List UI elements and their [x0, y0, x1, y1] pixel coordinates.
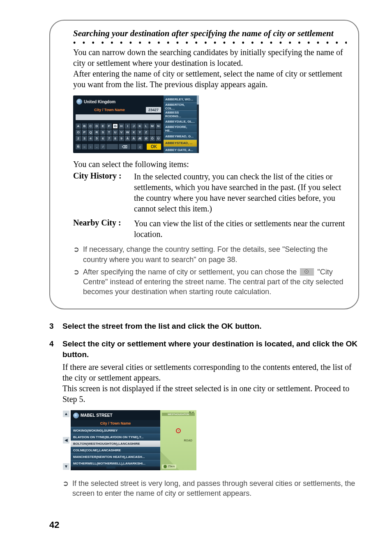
keyboard-key[interactable] — [156, 130, 161, 135]
keyboard-key[interactable] — [150, 130, 155, 135]
page-number: 42 — [49, 520, 59, 530]
keyboard-key[interactable]: 8 — [113, 136, 118, 141]
keyboard-key[interactable]: Ö — [150, 136, 155, 141]
city-input[interactable] — [76, 114, 161, 120]
keyboard-key[interactable]: 3 — [82, 136, 87, 141]
keyboard-key[interactable]: / — [100, 144, 106, 149]
keyboard-key[interactable]: U — [113, 130, 118, 135]
keyboard-key[interactable]: A — [76, 123, 81, 129]
info-panel: Searching your destination after specify… — [49, 20, 359, 309]
keyboard-key[interactable]: Á — [131, 136, 136, 141]
list-item[interactable]: BLAYDON ON TYNE(BLAYDON ON TYNE),T... — [71, 434, 160, 440]
ok-button[interactable]: OK — [147, 144, 161, 150]
keyboard-key[interactable]: Ø — [143, 136, 149, 141]
list-item[interactable]: COLNE(COLNE),LANCASHIRE — [71, 447, 160, 453]
country-label: United Kingdom — [84, 100, 115, 104]
city-field-label: City / Town Name — [76, 108, 143, 112]
keyboard-key[interactable]: Y — [137, 130, 143, 135]
list-item[interactable]: MOTHERWELL(MOTHERWELL),LANARKSHI... — [71, 460, 160, 467]
keyboard-key[interactable]: F — [106, 123, 112, 129]
map-preview: N↗ WESTHOUGHTON ROAD 25km — [160, 410, 196, 470]
list-item[interactable]: ABBERTON, COL... — [164, 102, 197, 110]
keyboard-key[interactable]: Ñ — [76, 144, 81, 149]
keyboard-key[interactable]: 2 — [76, 136, 81, 141]
list-item[interactable]: ABBEYMEAD, G... — [164, 132, 197, 139]
candidate-list[interactable]: ABBERLEY, WO...ABBERTON, COL...ABBESS RO… — [164, 95, 199, 153]
backspace-key[interactable]: ⌫ — [119, 144, 130, 149]
keyboard-key[interactable]: X — [131, 130, 136, 135]
keyboard-key[interactable]: I — [125, 123, 130, 129]
keyboard-key[interactable]: S — [100, 130, 106, 135]
scroll-left-icon[interactable]: ◀ — [63, 437, 69, 444]
city-list[interactable]: WOKING(WOKING),SURREYBLAYDON ON TYNE(BLA… — [71, 427, 160, 467]
step-3: 3 Select the street from the list and cl… — [49, 321, 359, 332]
map-scale: 25km — [162, 464, 176, 469]
keyboard-key[interactable]: T — [106, 130, 112, 135]
step-4-body-1: If there are several cities or settlemen… — [62, 362, 359, 383]
step-4-body-2: This screen is not displayed if the stre… — [62, 383, 359, 404]
keyboard-key[interactable]: O — [76, 130, 81, 135]
list-item[interactable]: MANCHESTER(NEWTON HEATH),LANCASH... — [71, 453, 160, 460]
keyboard-key[interactable]: Q — [88, 130, 93, 135]
list-item[interactable]: ABBEYSTEAD, ... — [164, 139, 197, 146]
keyboard-key[interactable]: Æ — [137, 136, 143, 141]
list-item[interactable]: ABBERLEY, WO... — [164, 95, 197, 102]
keyboard-key[interactable]: Ü — [156, 136, 161, 141]
keyboard-key[interactable]: W — [125, 130, 130, 135]
nearby-city-desc: You can view the list of the cities or s… — [134, 218, 347, 239]
keyboard-key[interactable] — [131, 144, 136, 149]
keyboard-key[interactable] — [106, 144, 118, 149]
city-history-term: City History : — [73, 171, 131, 214]
keyboard-key[interactable]: R — [94, 130, 99, 135]
list-item[interactable]: ABBEY GATE, A... — [164, 146, 197, 153]
note-arrow-icon: ➲ — [62, 478, 70, 499]
list-item[interactable]: ABBESS RODING... — [164, 110, 197, 118]
map-road-label: ROAD — [184, 439, 192, 442]
keyboard-key[interactable]: N — [156, 123, 161, 129]
keyboard-key[interactable]: . — [94, 144, 99, 149]
list-item[interactable]: WOKING(WOKING),SURREY — [71, 427, 160, 434]
step-4: 4 Select the city or settlement where yo… — [49, 339, 359, 360]
keyboard-key[interactable]: 7 — [106, 136, 112, 141]
keyboard-key[interactable]: G — [113, 123, 118, 129]
keyboard-key[interactable]: L — [143, 123, 149, 129]
keyboard-key[interactable]: 4 — [88, 136, 93, 141]
onscreen-keyboard[interactable]: ABCDEFGHIJKLMN OPQRSTUVWXYZ 23456789ÀÁÆØ… — [76, 123, 161, 150]
keyboard-key[interactable]: - — [88, 144, 93, 149]
keyboard-key[interactable]: 6 — [100, 136, 106, 141]
keyboard-key[interactable]: D — [94, 123, 99, 129]
keyboard-key[interactable]: K — [137, 123, 143, 129]
definition-list: City History : In the selected country, … — [73, 171, 347, 239]
map-place-label: WESTHOUGHTON — [162, 413, 195, 416]
keyboard-key[interactable]: M — [150, 123, 155, 129]
intro-paragraph-1: You can narrow down the searching candid… — [73, 47, 347, 68]
result-count: 23427 — [146, 107, 161, 113]
city-history-desc: In the selected country, you can check t… — [134, 171, 347, 214]
list-item[interactable]: ABBEYDORE, HE... — [164, 125, 197, 132]
list-scrollbar[interactable] — [197, 95, 199, 153]
keyboard-key[interactable]: 5 — [94, 136, 99, 141]
keyboard-key[interactable]: B — [82, 123, 87, 129]
keyboard-screenshot: United Kingdom City / Town Name 23427 AB… — [73, 95, 347, 153]
list-item[interactable]: ABBEYDALE, GL... — [164, 118, 197, 125]
keyboard-key[interactable]: V — [119, 130, 124, 135]
scroll-down-icon[interactable]: ▼ — [63, 463, 69, 470]
note-1: ➲ If necessary, change the country setti… — [73, 244, 347, 265]
list-scroll-arrows[interactable]: ▲ ◀ ▼ — [62, 410, 70, 470]
keyboard-key[interactable]: C — [88, 123, 93, 129]
list-header: City / Town Name — [71, 420, 160, 427]
keyboard-key[interactable]: Z — [143, 130, 149, 135]
keyboard-key[interactable]: À — [125, 136, 130, 141]
keyboard-key[interactable]: H — [119, 123, 124, 129]
bottom-scrollbar[interactable] — [71, 467, 160, 469]
music-key[interactable]: ♫ — [137, 144, 143, 149]
divider-dots: • • • • • • • • • • • • • • • • • • • • … — [73, 41, 347, 44]
keyboard-key[interactable]: J — [131, 123, 136, 129]
list-item[interactable]: BOLTON(WESTHOUGHTON),LANCASHIRE — [71, 440, 160, 447]
globe-icon — [73, 413, 79, 418]
keyboard-key[interactable]: E — [100, 123, 106, 129]
keyboard-key[interactable]: 9 — [119, 136, 124, 141]
keyboard-key[interactable]: – — [82, 144, 87, 149]
keyboard-key[interactable]: P — [82, 130, 87, 135]
scroll-up-icon[interactable]: ▲ — [63, 411, 69, 417]
